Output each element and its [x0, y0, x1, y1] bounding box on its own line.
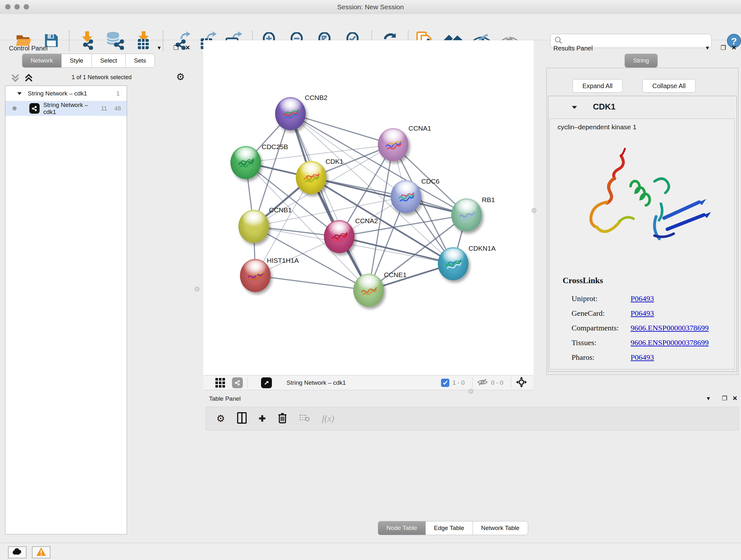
node-gloss [244, 260, 266, 274]
results-panel-float-button[interactable]: ❐ [721, 44, 726, 51]
crosslink-row: Compartments:9606.ENSP00000378699 [571, 320, 731, 335]
pan-crosshair-icon[interactable] [516, 376, 527, 389]
crosslink-link[interactable]: 9606.ENSP00000378699 [630, 324, 709, 332]
results-panel-title: Results Panel [553, 45, 593, 52]
selected-checkbox-icon[interactable] [441, 379, 449, 387]
table-tabs: Node TableEdge TableNetwork Table [378, 521, 528, 535]
node-label-ccne1: CCNE1 [384, 271, 407, 279]
crosslink-link[interactable]: P06493 [630, 294, 654, 303]
node-gloss [395, 182, 417, 196]
network-node-ccne1[interactable] [353, 273, 384, 307]
network-node-count: 11 [101, 105, 107, 112]
table-panel-menu-caret[interactable]: ▾ [707, 395, 710, 402]
crosslink-row: Tissues:9606.ENSP00000378699 [571, 335, 731, 350]
crosslink-link[interactable]: 9606.ENSP00000378699 [630, 338, 709, 347]
network-node-ccnb1[interactable] [239, 210, 269, 243]
tab-sets[interactable]: Sets [125, 54, 155, 68]
node-gloss [279, 99, 301, 113]
tab-select[interactable]: Select [91, 54, 126, 68]
network-edge[interactable] [255, 275, 368, 290]
crosslink-link[interactable]: P06493 [630, 353, 654, 362]
network-edge-count: 48 [114, 105, 121, 112]
crosslinks-title: CrossLinks [562, 276, 603, 286]
show-columns-icon[interactable] [237, 412, 247, 425]
cloud-status-button[interactable] [8, 546, 26, 558]
cloud-icon [12, 548, 23, 557]
table-panel-float-button[interactable]: ❐ [722, 395, 727, 402]
collection-count: 1 [116, 90, 120, 97]
delete-table-icon[interactable] [299, 414, 310, 423]
node-label-cdc25b: CDC25B [262, 143, 288, 151]
tab-network-table[interactable]: Network Table [473, 521, 528, 535]
network-tree: String Network – cdk1 1 String Network –… [5, 85, 127, 535]
network-node-ccna2[interactable] [324, 220, 354, 253]
network-node-cdc25b[interactable] [230, 146, 261, 179]
tab-network[interactable]: Network [22, 54, 62, 68]
network-node-cdk1[interactable] [296, 161, 327, 194]
entry-gene-name: CDK1 [593, 102, 616, 112]
network-node-ccna1[interactable] [378, 128, 408, 161]
status-bar: Memory [0, 543, 741, 560]
control-panel-title: Control Panel [9, 45, 48, 52]
node-result-entry: CDK1 cyclin–dependent kinase 1 C [548, 96, 737, 372]
results-panel-close-button[interactable]: ✕ [731, 44, 737, 51]
network-node-ccnb2[interactable] [275, 97, 306, 130]
vertical-splitter-handle[interactable] [195, 287, 199, 292]
birds-eye-grid-button[interactable] [215, 378, 225, 388]
tab-edge-table[interactable]: Edge Table [425, 521, 473, 535]
network-options-gear-icon[interactable]: ⚙ [176, 72, 185, 82]
table-panel-close-button[interactable]: ✕ [732, 395, 738, 402]
network-edge[interactable] [290, 114, 368, 290]
control-panel-close-button[interactable]: ✕ [185, 44, 190, 51]
node-label-ccnb2: CCNB2 [305, 94, 327, 102]
create-column-icon[interactable]: ✚ [259, 415, 266, 423]
node-label-cdk1: CDK1 [326, 158, 343, 165]
delete-column-trash-icon[interactable] [278, 412, 287, 425]
network-collection-row[interactable]: String Network – cdk1 1 [5, 86, 127, 101]
control-panel-float-button[interactable]: ❐ [173, 44, 179, 51]
toolbar-separator [472, 377, 473, 388]
network-edge[interactable] [339, 237, 453, 264]
function-builder-icon[interactable]: f(x) [322, 414, 334, 424]
network-node-cdc6[interactable] [391, 180, 421, 213]
warnings-button[interactable] [32, 546, 51, 558]
results-panel-menu-caret[interactable]: ▾ [706, 44, 709, 51]
protein-structure-image [559, 137, 725, 264]
crosslink-link[interactable]: P06493 [630, 309, 654, 318]
table-options-gear-icon[interactable]: ⚙ [216, 414, 225, 423]
network-node-cdkn1a[interactable] [438, 247, 468, 280]
control-panel-menu-caret[interactable]: ▾ [158, 44, 161, 51]
crosslink-label: Compartments: [571, 324, 630, 332]
tab-node-table[interactable]: Node Table [378, 521, 426, 535]
expand-all-button[interactable]: Expand All [572, 79, 623, 92]
node-label-cdkn1a: CDKN1A [468, 245, 495, 252]
node-gloss [455, 200, 477, 214]
horizontal-splitter-handle[interactable] [468, 389, 473, 394]
network-canvas[interactable]: CCNB2CCNA1CDC25BCDK1CDC6RB1CCNB1CCNA2CDK… [203, 40, 534, 375]
tab-string[interactable]: String [624, 54, 658, 68]
network-edge[interactable] [311, 178, 467, 215]
network-type-icon [29, 103, 40, 114]
network-node-rb1[interactable] [451, 198, 482, 232]
collapse-all-button[interactable]: Collapse All [643, 79, 696, 92]
tree-expand-caret[interactable] [17, 90, 22, 97]
node-gloss [234, 147, 257, 162]
table-panel-title: Table Panel [209, 395, 241, 402]
node-label-ccnb1: CCNB1 [269, 206, 292, 214]
crosslink-label: Pharos: [571, 353, 630, 362]
open-view-button[interactable] [261, 377, 272, 388]
crosslink-label: GeneCard: [571, 309, 630, 318]
crosslink-row: GeneCard:P06493 [571, 306, 731, 320]
node-label-ccna1: CCNA1 [408, 125, 431, 132]
network-row[interactable]: String Network – cdk1 11 48 [5, 101, 127, 116]
entry-expand-caret[interactable] [571, 105, 577, 111]
network-node-hist1h1a[interactable] [240, 259, 271, 292]
tab-style[interactable]: Style [61, 54, 92, 68]
entry-description: cyclin–dependent kinase 1 [557, 123, 636, 131]
hidden-eye-icon[interactable] [477, 378, 488, 388]
entry-body: cyclin–dependent kinase 1 CrossLinks [549, 118, 735, 369]
selected-node-edge-counts: 1 - 0 [453, 379, 465, 386]
network-selection-status: 1 of 1 Network selected [0, 74, 203, 81]
current-network-name: String Network – cdk1 [286, 379, 346, 386]
network-share-badge-icon[interactable] [232, 377, 243, 388]
